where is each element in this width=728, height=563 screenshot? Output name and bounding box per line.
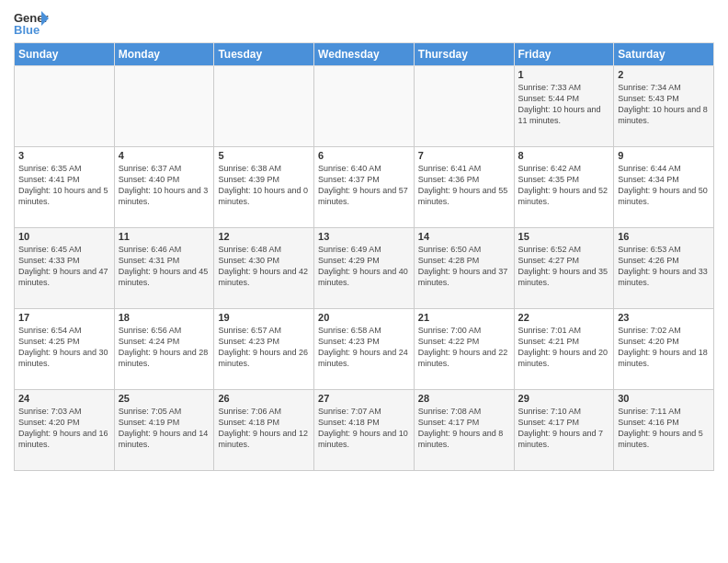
day-number: 19	[218, 312, 310, 323]
day-number: 22	[518, 312, 610, 323]
day-info: Sunrise: 7:11 AM Sunset: 4:16 PM Dayligh…	[618, 406, 710, 451]
day-number: 17	[18, 312, 110, 323]
calendar-cell: 30Sunrise: 7:11 AM Sunset: 4:16 PM Dayli…	[614, 390, 714, 471]
day-info: Sunrise: 7:10 AM Sunset: 4:17 PM Dayligh…	[518, 406, 610, 451]
day-info: Sunrise: 7:03 AM Sunset: 4:20 PM Dayligh…	[18, 406, 110, 451]
day-number: 24	[18, 393, 110, 404]
day-info: Sunrise: 6:38 AM Sunset: 4:39 PM Dayligh…	[218, 163, 310, 208]
calendar-cell: 6Sunrise: 6:40 AM Sunset: 4:37 PM Daylig…	[314, 147, 415, 228]
day-info: Sunrise: 7:05 AM Sunset: 4:19 PM Dayligh…	[119, 406, 210, 451]
calendar-cell	[314, 66, 415, 147]
day-info: Sunrise: 6:58 AM Sunset: 4:23 PM Dayligh…	[318, 325, 410, 370]
calendar-cell: 15Sunrise: 6:52 AM Sunset: 4:27 PM Dayli…	[514, 228, 614, 309]
day-of-week-header: Friday	[514, 43, 614, 66]
page: General Blue SundayMondayTuesdayWednesda…	[0, 0, 728, 480]
day-number: 3	[18, 150, 110, 161]
calendar-cell: 13Sunrise: 6:49 AM Sunset: 4:29 PM Dayli…	[314, 228, 415, 309]
day-of-week-header: Wednesday	[314, 43, 415, 66]
day-of-week-header: Sunday	[15, 43, 115, 66]
day-of-week-header: Tuesday	[214, 43, 314, 66]
day-info: Sunrise: 6:42 AM Sunset: 4:35 PM Dayligh…	[518, 163, 610, 208]
calendar-cell: 1Sunrise: 7:33 AM Sunset: 5:44 PM Daylig…	[514, 66, 614, 147]
calendar-cell: 29Sunrise: 7:10 AM Sunset: 4:17 PM Dayli…	[514, 390, 614, 471]
calendar-cell: 20Sunrise: 6:58 AM Sunset: 4:23 PM Dayli…	[314, 309, 415, 390]
day-info: Sunrise: 7:34 AM Sunset: 5:43 PM Dayligh…	[618, 82, 710, 127]
day-number: 7	[418, 150, 510, 161]
calendar-cell: 21Sunrise: 7:00 AM Sunset: 4:22 PM Dayli…	[414, 309, 514, 390]
calendar-cell: 25Sunrise: 7:05 AM Sunset: 4:19 PM Dayli…	[114, 390, 214, 471]
calendar-cell: 9Sunrise: 6:44 AM Sunset: 4:34 PM Daylig…	[614, 147, 714, 228]
day-of-week-header: Monday	[114, 43, 214, 66]
day-info: Sunrise: 7:02 AM Sunset: 4:20 PM Dayligh…	[618, 325, 710, 370]
day-of-week-header: Saturday	[614, 43, 714, 66]
day-info: Sunrise: 7:08 AM Sunset: 4:17 PM Dayligh…	[418, 406, 510, 451]
calendar-cell: 12Sunrise: 6:48 AM Sunset: 4:30 PM Dayli…	[214, 228, 314, 309]
day-info: Sunrise: 6:37 AM Sunset: 4:40 PM Dayligh…	[119, 163, 210, 208]
day-number: 10	[18, 231, 110, 242]
calendar-cell	[214, 66, 314, 147]
calendar-cell	[414, 66, 514, 147]
day-info: Sunrise: 7:06 AM Sunset: 4:18 PM Dayligh…	[218, 406, 310, 451]
day-number: 6	[318, 150, 410, 161]
day-number: 12	[218, 231, 310, 242]
calendar-cell: 16Sunrise: 6:53 AM Sunset: 4:26 PM Dayli…	[614, 228, 714, 309]
day-info: Sunrise: 6:54 AM Sunset: 4:25 PM Dayligh…	[18, 325, 110, 370]
day-info: Sunrise: 6:52 AM Sunset: 4:27 PM Dayligh…	[518, 244, 610, 289]
day-info: Sunrise: 6:56 AM Sunset: 4:24 PM Dayligh…	[119, 325, 210, 370]
calendar-week-row: 17Sunrise: 6:54 AM Sunset: 4:25 PM Dayli…	[15, 309, 714, 390]
calendar-cell: 18Sunrise: 6:56 AM Sunset: 4:24 PM Dayli…	[114, 309, 214, 390]
day-number: 5	[218, 150, 310, 161]
calendar-cell: 26Sunrise: 7:06 AM Sunset: 4:18 PM Dayli…	[214, 390, 314, 471]
day-number: 29	[518, 393, 610, 404]
calendar-cell: 14Sunrise: 6:50 AM Sunset: 4:28 PM Dayli…	[414, 228, 514, 309]
calendar-cell: 27Sunrise: 7:07 AM Sunset: 4:18 PM Dayli…	[314, 390, 415, 471]
day-info: Sunrise: 6:41 AM Sunset: 4:36 PM Dayligh…	[418, 163, 510, 208]
calendar-cell: 7Sunrise: 6:41 AM Sunset: 4:36 PM Daylig…	[414, 147, 514, 228]
day-number: 1	[518, 69, 610, 80]
day-number: 2	[618, 69, 710, 80]
calendar-cell: 24Sunrise: 7:03 AM Sunset: 4:20 PM Dayli…	[15, 390, 115, 471]
calendar-cell: 28Sunrise: 7:08 AM Sunset: 4:17 PM Dayli…	[414, 390, 514, 471]
day-number: 30	[618, 393, 710, 404]
calendar: SundayMondayTuesdayWednesdayThursdayFrid…	[14, 42, 714, 471]
day-info: Sunrise: 6:48 AM Sunset: 4:30 PM Dayligh…	[218, 244, 310, 289]
calendar-cell	[114, 66, 214, 147]
day-number: 23	[618, 312, 710, 323]
day-number: 21	[418, 312, 510, 323]
day-info: Sunrise: 7:01 AM Sunset: 4:21 PM Dayligh…	[518, 325, 610, 370]
logo: General Blue	[14, 9, 49, 37]
calendar-cell: 4Sunrise: 6:37 AM Sunset: 4:40 PM Daylig…	[114, 147, 214, 228]
day-info: Sunrise: 6:40 AM Sunset: 4:37 PM Dayligh…	[318, 163, 410, 208]
day-info: Sunrise: 6:45 AM Sunset: 4:33 PM Dayligh…	[18, 244, 110, 289]
day-info: Sunrise: 6:35 AM Sunset: 4:41 PM Dayligh…	[18, 163, 110, 208]
calendar-header-row: SundayMondayTuesdayWednesdayThursdayFrid…	[15, 43, 714, 66]
calendar-cell: 3Sunrise: 6:35 AM Sunset: 4:41 PM Daylig…	[15, 147, 115, 228]
logo-icon: General Blue	[14, 9, 49, 37]
day-number: 28	[418, 393, 510, 404]
day-of-week-header: Thursday	[414, 43, 514, 66]
calendar-cell: 5Sunrise: 6:38 AM Sunset: 4:39 PM Daylig…	[214, 147, 314, 228]
calendar-cell: 17Sunrise: 6:54 AM Sunset: 4:25 PM Dayli…	[15, 309, 115, 390]
day-info: Sunrise: 6:57 AM Sunset: 4:23 PM Dayligh…	[218, 325, 310, 370]
calendar-cell: 2Sunrise: 7:34 AM Sunset: 5:43 PM Daylig…	[614, 66, 714, 147]
calendar-cell: 19Sunrise: 6:57 AM Sunset: 4:23 PM Dayli…	[214, 309, 314, 390]
day-number: 8	[518, 150, 610, 161]
day-number: 25	[119, 393, 210, 404]
calendar-cell: 22Sunrise: 7:01 AM Sunset: 4:21 PM Dayli…	[514, 309, 614, 390]
day-info: Sunrise: 7:33 AM Sunset: 5:44 PM Dayligh…	[518, 82, 610, 127]
day-number: 20	[318, 312, 410, 323]
day-number: 26	[218, 393, 310, 404]
header: General Blue	[14, 9, 714, 37]
day-number: 18	[119, 312, 210, 323]
day-info: Sunrise: 6:53 AM Sunset: 4:26 PM Dayligh…	[618, 244, 710, 289]
calendar-cell: 11Sunrise: 6:46 AM Sunset: 4:31 PM Dayli…	[114, 228, 214, 309]
day-number: 4	[119, 150, 210, 161]
calendar-cell: 10Sunrise: 6:45 AM Sunset: 4:33 PM Dayli…	[15, 228, 115, 309]
svg-text:Blue: Blue	[14, 23, 40, 37]
calendar-cell: 8Sunrise: 6:42 AM Sunset: 4:35 PM Daylig…	[514, 147, 614, 228]
calendar-cell	[15, 66, 115, 147]
calendar-week-row: 3Sunrise: 6:35 AM Sunset: 4:41 PM Daylig…	[15, 147, 714, 228]
day-number: 9	[618, 150, 710, 161]
day-info: Sunrise: 7:07 AM Sunset: 4:18 PM Dayligh…	[318, 406, 410, 451]
day-number: 15	[518, 231, 610, 242]
